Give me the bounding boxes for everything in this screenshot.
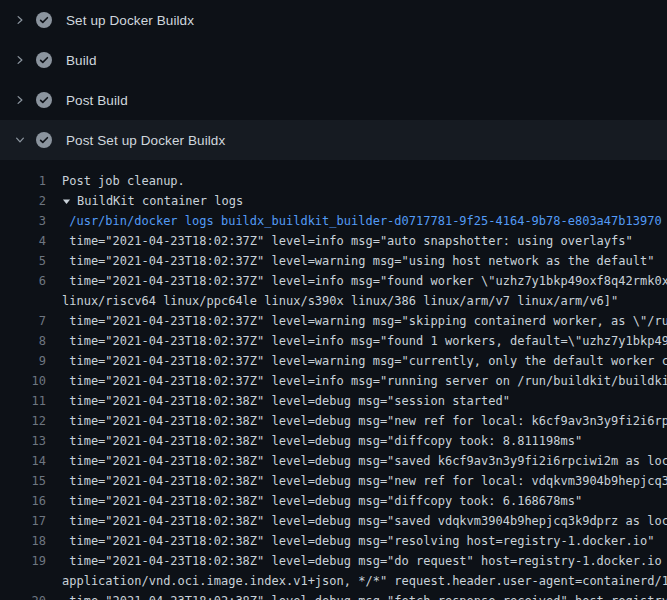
log-row: 17 time="2021-04-23T18:02:38Z" level=deb…	[0, 511, 667, 531]
step-label: Post Set up Docker Buildx	[66, 133, 225, 148]
line-number[interactable]: 3	[0, 211, 46, 231]
line-number[interactable]: 20	[0, 591, 46, 600]
line-number[interactable]: 16	[0, 491, 46, 511]
line-text: time="2021-04-23T18:02:37Z" level=warnin…	[62, 351, 667, 371]
line-text: time="2021-04-23T18:02:37Z" level=warnin…	[62, 251, 654, 271]
log-row: 12 time="2021-04-23T18:02:38Z" level=deb…	[0, 411, 667, 431]
line-text: application/vnd.oci.image.index.v1+json,…	[62, 571, 667, 591]
actions-log-viewer: Set up Docker Buildx Build Post Build Po…	[0, 0, 667, 600]
log-row-continuation: application/vnd.oci.image.index.v1+json,…	[0, 571, 667, 591]
log-row: 19 time="2021-04-23T18:02:38Z" level=deb…	[0, 551, 667, 571]
log-output: 1 Post job cleanup. 2 BuildKit container…	[0, 160, 667, 600]
step-label: Set up Docker Buildx	[66, 13, 194, 28]
line-text: time="2021-04-23T18:02:37Z" level=info m…	[62, 331, 667, 351]
line-number	[0, 291, 46, 311]
log-row: 18 time="2021-04-23T18:02:38Z" level=deb…	[0, 531, 667, 551]
line-number[interactable]: 13	[0, 431, 46, 451]
step-label: Post Build	[66, 93, 128, 108]
check-circle-icon	[36, 132, 52, 148]
line-text: time="2021-04-23T18:02:38Z" level=debug …	[62, 451, 667, 471]
line-number[interactable]: 5	[0, 251, 46, 271]
check-circle-icon	[36, 12, 52, 28]
chevron-right-icon[interactable]	[12, 52, 28, 68]
log-row: 9 time="2021-04-23T18:02:37Z" level=warn…	[0, 351, 667, 371]
log-row: 13 time="2021-04-23T18:02:38Z" level=deb…	[0, 431, 667, 451]
line-number[interactable]: 1	[0, 171, 46, 191]
line-text: time="2021-04-23T18:02:37Z" level=warnin…	[62, 311, 667, 331]
line-number[interactable]: 17	[0, 511, 46, 531]
log-row: 8 time="2021-04-23T18:02:37Z" level=info…	[0, 331, 667, 351]
line-number[interactable]: 12	[0, 411, 46, 431]
line-number[interactable]: 7	[0, 311, 46, 331]
log-row: 4 time="2021-04-23T18:02:37Z" level=info…	[0, 231, 667, 251]
log-row: 5 time="2021-04-23T18:02:37Z" level=warn…	[0, 251, 667, 271]
log-row: 11 time="2021-04-23T18:02:38Z" level=deb…	[0, 391, 667, 411]
line-number[interactable]: 8	[0, 331, 46, 351]
line-text: time="2021-04-23T18:02:38Z" level=debug …	[62, 591, 667, 600]
line-text: time="2021-04-23T18:02:37Z" level=info m…	[62, 271, 667, 291]
group-label: BuildKit container logs	[77, 191, 243, 211]
log-row: 16 time="2021-04-23T18:02:38Z" level=deb…	[0, 491, 667, 511]
line-number[interactable]: 2	[0, 191, 46, 211]
line-text: time="2021-04-23T18:02:38Z" level=debug …	[62, 391, 510, 411]
log-row: 15 time="2021-04-23T18:02:38Z" level=deb…	[0, 471, 667, 491]
line-text: Post job cleanup.	[62, 171, 185, 191]
log-row: 20 time="2021-04-23T18:02:38Z" level=deb…	[0, 591, 667, 600]
line-number[interactable]: 14	[0, 451, 46, 471]
command-text: /usr/bin/docker logs buildx_buildkit_bui…	[62, 211, 662, 231]
line-number[interactable]: 11	[0, 391, 46, 411]
line-text: time="2021-04-23T18:02:38Z" level=debug …	[62, 431, 582, 451]
line-text: linux/riscv64 linux/ppc64le linux/s390x …	[62, 291, 618, 311]
chevron-right-icon[interactable]	[12, 92, 28, 108]
step-row-setup-docker-buildx[interactable]: Set up Docker Buildx	[0, 0, 667, 40]
line-number[interactable]: 10	[0, 371, 46, 391]
log-row: 6 time="2021-04-23T18:02:37Z" level=info…	[0, 271, 667, 291]
line-text: time="2021-04-23T18:02:37Z" level=info m…	[62, 231, 633, 251]
check-circle-icon	[36, 52, 52, 68]
line-text: time="2021-04-23T18:02:38Z" level=debug …	[62, 471, 667, 491]
line-text: time="2021-04-23T18:02:38Z" level=debug …	[62, 491, 582, 511]
log-row: 14 time="2021-04-23T18:02:38Z" level=deb…	[0, 451, 667, 471]
triangle-down-icon[interactable]	[62, 191, 71, 211]
line-number[interactable]: 6	[0, 271, 46, 291]
chevron-down-icon[interactable]	[12, 132, 28, 148]
log-group-toggle[interactable]: 2 BuildKit container logs	[0, 191, 667, 211]
log-row: 10 time="2021-04-23T18:02:37Z" level=inf…	[0, 371, 667, 391]
step-label: Build	[66, 53, 97, 68]
log-row: 1 Post job cleanup.	[0, 171, 667, 191]
step-row-post-setup-docker-buildx[interactable]: Post Set up Docker Buildx	[0, 120, 667, 160]
step-row-post-build[interactable]: Post Build	[0, 80, 667, 120]
line-text: time="2021-04-23T18:02:37Z" level=info m…	[62, 371, 667, 391]
line-text: time="2021-04-23T18:02:38Z" level=debug …	[62, 551, 667, 571]
log-row: 7 time="2021-04-23T18:02:37Z" level=warn…	[0, 311, 667, 331]
step-row-build[interactable]: Build	[0, 40, 667, 80]
line-text: time="2021-04-23T18:02:38Z" level=debug …	[62, 531, 654, 551]
log-row-continuation: linux/riscv64 linux/ppc64le linux/s390x …	[0, 291, 667, 311]
line-number	[0, 571, 46, 591]
chevron-right-icon[interactable]	[12, 12, 28, 28]
line-text: time="2021-04-23T18:02:38Z" level=debug …	[62, 511, 667, 531]
log-row-command: 3 /usr/bin/docker logs buildx_buildkit_b…	[0, 211, 667, 231]
line-number[interactable]: 9	[0, 351, 46, 371]
line-number[interactable]: 4	[0, 231, 46, 251]
line-text: time="2021-04-23T18:02:38Z" level=debug …	[62, 411, 667, 431]
line-number[interactable]: 19	[0, 551, 46, 571]
line-number[interactable]: 15	[0, 471, 46, 491]
check-circle-icon	[36, 92, 52, 108]
line-number[interactable]: 18	[0, 531, 46, 551]
